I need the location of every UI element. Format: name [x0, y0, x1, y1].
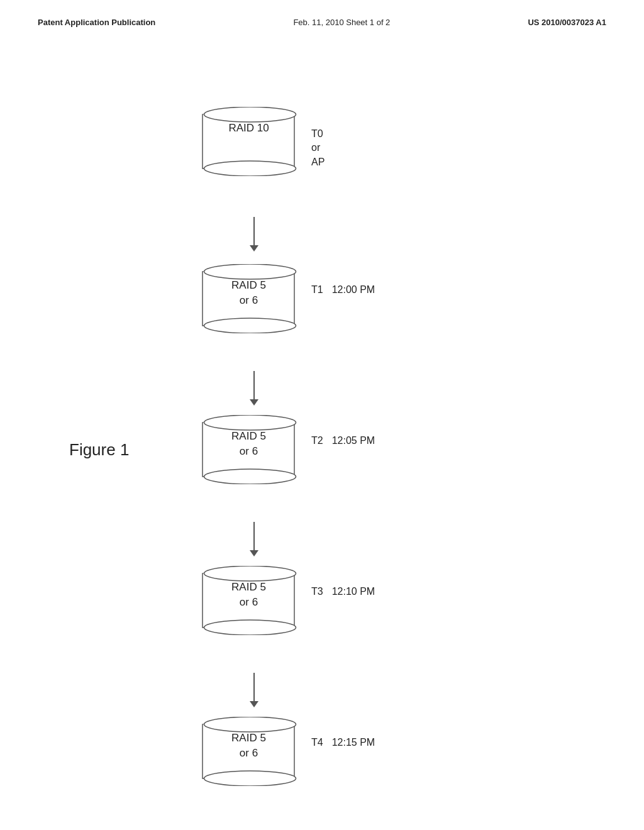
svg-point-19 [204, 717, 296, 732]
label-id-c4: T4 [311, 737, 323, 748]
label-c4: T412:15 PM [311, 737, 375, 748]
cylinder-c3: RAID 5or 6 [201, 566, 327, 635]
arrow-line-3 [253, 673, 255, 701]
arrow-head-1 [250, 399, 258, 406]
svg-rect-4 [203, 272, 294, 326]
label-time-c2: 12:05 PM [332, 435, 375, 446]
arrow-2 [248, 522, 260, 556]
cylinder-c4: RAID 5or 6 [201, 717, 327, 786]
arrow-3 [248, 673, 260, 707]
label-id-c2: T2 [311, 435, 323, 446]
label-id-c1: T1 [311, 284, 323, 296]
svg-rect-12 [203, 573, 294, 628]
header-center: Feb. 11, 2010 Sheet 1 of 2 [293, 18, 390, 27]
label-c0: T0orAP [311, 127, 325, 169]
diagram-area: RAID 10T0orAPRAID 5or 6T112:00 PMRAID 5o… [0, 50, 644, 830]
label-id-c3: T3 [311, 586, 323, 597]
svg-rect-8 [203, 423, 294, 477]
svg-point-15 [204, 566, 296, 581]
arrow-line-2 [253, 522, 255, 550]
label-c3: T312:10 PM [311, 586, 375, 597]
svg-point-13 [204, 620, 296, 635]
svg-point-11 [204, 415, 296, 430]
arrow-head-3 [250, 701, 258, 707]
svg-rect-0 [203, 114, 294, 169]
header-left: Patent Application Publication [38, 18, 155, 27]
svg-point-3 [204, 107, 296, 122]
svg-point-1 [204, 161, 296, 176]
label-id-c0: T0orAP [311, 127, 325, 169]
cylinder-c2: RAID 5or 6 [201, 415, 327, 484]
arrow-head-2 [250, 550, 258, 556]
label-time-c3: 12:10 PM [332, 586, 375, 597]
header-right: US 2010/0037023 A1 [528, 18, 606, 27]
arrow-0 [248, 217, 260, 252]
svg-point-7 [204, 264, 296, 279]
label-time-c4: 12:15 PM [332, 737, 375, 748]
label-time-c1: 12:00 PM [332, 284, 375, 296]
label-c1: T112:00 PM [311, 284, 375, 296]
svg-point-5 [204, 318, 296, 333]
page-header: Patent Application Publication Feb. 11, … [0, 0, 644, 27]
svg-point-9 [204, 469, 296, 484]
arrow-line-0 [253, 217, 255, 245]
svg-point-17 [204, 771, 296, 786]
cylinder-c0: RAID 10 [201, 107, 327, 176]
arrow-line-1 [253, 371, 255, 399]
svg-rect-16 [203, 724, 294, 778]
label-c2: T212:05 PM [311, 435, 375, 446]
cylinder-c1: RAID 5or 6 [201, 264, 327, 333]
arrow-head-0 [250, 245, 258, 252]
figure-label: Figure 1 [69, 440, 129, 460]
arrow-1 [248, 371, 260, 406]
